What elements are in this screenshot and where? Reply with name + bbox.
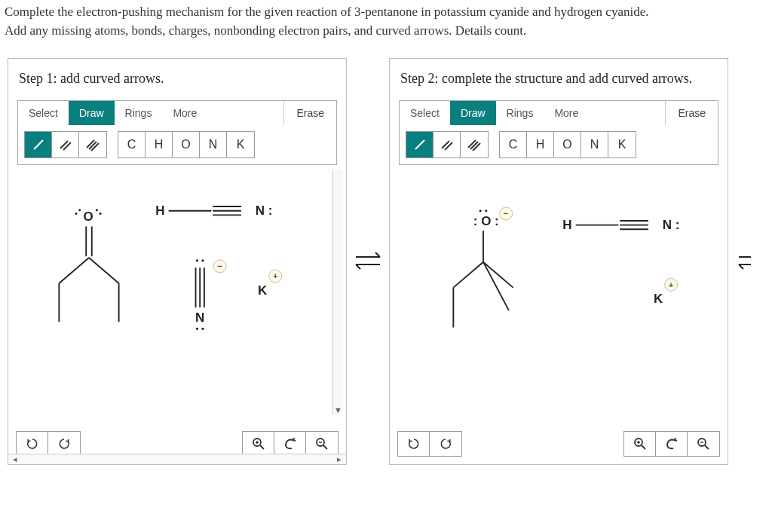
tab-rings[interactable]: Rings (115, 101, 163, 125)
tab-draw[interactable]: Draw (69, 101, 115, 125)
single-bond-icon (412, 137, 427, 152)
svg-line-40 (470, 142, 478, 149)
step2-drawing: : O : − H N : (393, 170, 725, 426)
tab-rings-2[interactable]: Rings (496, 101, 544, 125)
svg-line-54 (642, 445, 645, 449)
double-bond-button-2[interactable] (433, 132, 461, 157)
zoom-out-icon (697, 437, 710, 451)
svg-line-36 (415, 140, 424, 149)
step1-panel: Step 1: add curved arrows. Select Draw R… (8, 58, 347, 465)
element-n-button-2[interactable]: N (581, 132, 608, 157)
horizontal-scrollbar[interactable]: ◂▸ (8, 454, 346, 464)
zoom-in-button[interactable] (243, 432, 274, 456)
element-k-button[interactable]: K (227, 132, 254, 157)
svg-point-6 (78, 209, 81, 211)
redo-button-2[interactable] (430, 432, 461, 456)
atom-n-2: N : (663, 218, 680, 232)
undo-button-2[interactable] (398, 432, 430, 456)
svg-line-28 (260, 445, 264, 449)
redo-icon (439, 437, 452, 451)
undo-icon (407, 437, 421, 451)
element-c-button-2[interactable]: C (500, 132, 527, 157)
erase-button-2[interactable]: Erase (665, 101, 718, 125)
element-group-2: C H O N K (499, 131, 636, 158)
history-group-2 (397, 431, 462, 457)
tab-draw-2[interactable]: Draw (450, 101, 496, 125)
instructions-line-1: Complete the electron-pushing mechanism … (5, 3, 767, 22)
atom-n-bot: N (195, 310, 204, 325)
svg-line-32 (323, 445, 327, 449)
svg-line-5 (91, 143, 99, 151)
element-k-button-2[interactable]: K (608, 132, 636, 157)
step2-bottom-controls (390, 428, 728, 464)
element-o-button[interactable]: O (173, 132, 200, 157)
step2-toolbar: Select Draw Rings More Erase (399, 100, 718, 165)
svg-point-25 (196, 327, 198, 329)
triple-bond-button[interactable] (79, 132, 106, 157)
element-h-button-2[interactable]: H (527, 132, 554, 157)
atom-h-2: H (562, 218, 571, 232)
element-n-button[interactable]: N (200, 132, 227, 157)
tab-more[interactable]: More (162, 101, 207, 125)
zoom-reset-button[interactable] (274, 432, 306, 456)
minus-charge-label: − (217, 261, 222, 271)
tabs-row-2: Select Draw Rings More Erase (400, 101, 718, 125)
single-bond-icon (31, 137, 46, 152)
svg-point-20 (196, 259, 198, 261)
zoom-out-button-2[interactable] (688, 432, 719, 456)
step2-canvas[interactable]: : O : − H N : (393, 170, 725, 426)
double-bond-icon (440, 137, 455, 152)
atom-h: H (155, 203, 164, 218)
step2-title: Step 2: complete the structure and add c… (390, 59, 728, 95)
zoom-in-button-2[interactable] (624, 432, 656, 456)
svg-line-47 (483, 261, 513, 287)
plus-charge-label: + (273, 271, 278, 280)
equilibrium-arrow-2 (728, 58, 751, 465)
zoom-out-button[interactable] (306, 432, 338, 456)
svg-point-26 (201, 327, 204, 329)
step2-panel: Step 2: complete the structure and add c… (389, 58, 728, 465)
equilibrium-icon (351, 239, 384, 284)
element-h-button[interactable]: H (146, 132, 173, 157)
zoom-group (242, 431, 339, 457)
undo-icon (26, 437, 39, 451)
element-c-button[interactable]: C (118, 132, 146, 157)
undo-button[interactable] (17, 432, 48, 456)
svg-line-39 (468, 140, 476, 148)
zoom-out-icon (315, 437, 329, 451)
zoom-reset-button-2[interactable] (656, 432, 688, 456)
svg-point-7 (75, 212, 77, 215)
step1-canvas[interactable]: O H N : (11, 170, 343, 426)
zoom-in-icon (252, 437, 265, 451)
element-o-button-2[interactable]: O (554, 132, 581, 157)
tools-row: C H O N K (18, 125, 336, 158)
svg-line-4 (89, 142, 96, 149)
svg-point-9 (100, 212, 102, 215)
single-bond-button-2[interactable] (406, 132, 433, 157)
step1-title: Step 1: add curved arrows. (8, 59, 346, 95)
redo-icon (57, 437, 71, 451)
equilibrium-icon (734, 239, 751, 284)
zoom-group-2 (623, 431, 720, 457)
svg-line-45 (453, 261, 483, 287)
svg-line-58 (705, 445, 709, 449)
tab-more-2[interactable]: More (544, 101, 589, 125)
redo-button[interactable] (48, 432, 80, 456)
vertical-scrollbar[interactable]: ▼ (332, 170, 343, 415)
svg-point-42 (479, 209, 482, 212)
history-group (16, 431, 81, 457)
equilibrium-arrow-1 (347, 58, 389, 465)
tab-select[interactable]: Select (18, 101, 69, 125)
question-instructions: Complete the electron-pushing mechanism … (0, 0, 772, 44)
plus-charge-label-2: + (669, 280, 674, 289)
triple-bond-icon (85, 137, 100, 152)
erase-button[interactable]: Erase (283, 101, 336, 125)
double-bond-icon (58, 137, 73, 152)
triple-bond-button-2[interactable] (461, 132, 488, 157)
instructions-line-2: Add any missing atoms, bonds, charges, n… (5, 22, 767, 41)
tab-select-2[interactable]: Select (400, 101, 450, 125)
atom-n-top: N : (256, 203, 273, 218)
tools-row-2: C H O N K (400, 125, 718, 158)
single-bond-button[interactable] (25, 132, 52, 157)
double-bond-button[interactable] (52, 132, 79, 157)
